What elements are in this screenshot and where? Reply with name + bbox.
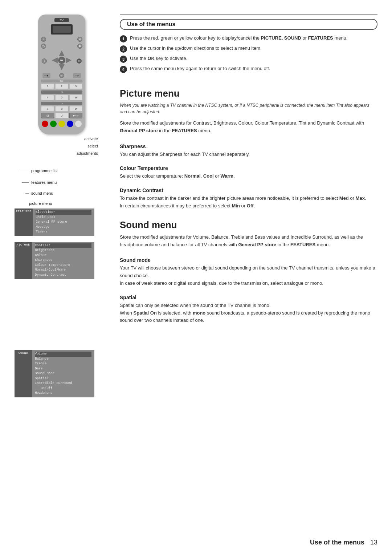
spatial-title: Spatial: [120, 295, 377, 300]
picture-italic-note: When you are watching a TV channel in th…: [120, 102, 377, 115]
step-3-text: Use the OK key to activate.: [130, 55, 187, 62]
sound-body-para: Store the modified adjustments for Volum…: [120, 234, 377, 249]
remote-vol-row: +▼ ◁◁ +P: [41, 73, 82, 78]
ann-sound-menu-label: sound menu: [31, 191, 53, 195]
remote-screen: [51, 24, 73, 35]
footer-page-num: 13: [370, 539, 377, 546]
remote-num-0: 0: [55, 113, 68, 118]
picture-menu-title: Picture menu: [120, 88, 377, 99]
ann-prog-line: [18, 171, 29, 171]
sound-item-1: Balance: [35, 357, 49, 361]
picture-item-2: Colour: [35, 254, 46, 257]
ann-activate: activate: [25, 137, 98, 141]
remote-btn-tv: TV: [41, 44, 46, 49]
ann-select-label: select: [65, 144, 98, 148]
remote-num-grid-3: 7 8 9: [41, 106, 82, 112]
remote-dpad: OK: [52, 50, 72, 70]
remote-btn-info: ℹ: [42, 58, 47, 64]
features-item-2: General PP store: [36, 220, 67, 224]
features-item-4: Timers: [36, 230, 47, 234]
sharpness-body: You can adjust the Sharpness for each TV…: [120, 151, 377, 158]
sound-item-0: Volume: [35, 352, 91, 357]
sound-mode-body: Your TV will choose between stereo or di…: [120, 264, 377, 287]
remote-tv-label: TV: [54, 18, 69, 22]
remote-num-grid-2: 4 5 6: [41, 95, 82, 100]
remote-btn-circle-m: M: [77, 37, 82, 42]
ann-feat-menu-label: features menu: [31, 180, 57, 185]
dpad-down: [59, 64, 65, 70]
sound-tab: SOUND: [15, 350, 32, 397]
remote-num-5: 5: [55, 95, 68, 100]
remote-row-label-1: EE: [41, 80, 82, 82]
remote-btn-mute: ◁◁: [59, 73, 64, 78]
remote-num-7: 7: [41, 106, 54, 112]
features-item-3: Message: [36, 225, 49, 229]
step-2-text: Use the cursor in the up/down directions…: [130, 45, 262, 52]
remote-vol-minus: +▼: [42, 73, 50, 78]
section-header-label: Use of the menus: [127, 21, 175, 27]
right-column: Use of the menus 1 Press the red, green …: [120, 15, 377, 540]
ann-prog-list-label: programme list: [31, 169, 58, 173]
picture-item-5: Dynamic Contrast: [35, 273, 66, 277]
picture-item-1: Brightness: [35, 248, 54, 252]
picture-body-para: Store the modified adjustments for Contr…: [120, 119, 377, 135]
picture-item-3: Sharpness: [35, 258, 53, 262]
step-1: 1 Press the red, green or yellow colour …: [120, 35, 377, 42]
dpad-up: [59, 50, 65, 56]
remote-num-grid-4: ⊡ 0 P+P: [41, 113, 82, 118]
sound-menu-box: SOUND Volume Balance Treble Bass Sound M…: [15, 350, 94, 397]
features-items: Sleeptimer Child Lock General PP store M…: [33, 208, 94, 236]
remote-body: TV ☺ M TV ⏻ ℹ: [38, 15, 85, 134]
features-item-0: Sleeptimer: [36, 210, 91, 215]
ann-pic-menu-label: picture menu: [29, 201, 52, 206]
sound-item-2: Treble: [35, 362, 46, 365]
remote-num-grid-1: 1 2 3: [41, 84, 82, 89]
remote-btn-power: ⏻: [77, 44, 82, 49]
remote-num-2: 2: [55, 84, 68, 89]
step-4-text: Press the same menu key again to return …: [130, 65, 270, 72]
features-item-1: Child Lock: [36, 215, 55, 219]
remote-btn-yellow: [58, 121, 65, 127]
remote-screen-inner: [53, 26, 71, 33]
remote-tv-row: TV ⏻: [41, 44, 82, 49]
remote-btn-blue: [67, 121, 73, 127]
remote-num-6: 6: [69, 95, 82, 100]
sound-menu-box-wrapper: SOUND Volume Balance Treble Bass Sound M…: [15, 350, 94, 403]
remote-num-1: 1: [41, 84, 54, 89]
remote-btn-ok2: OK: [77, 58, 82, 64]
sound-item-4: Sound Mode: [35, 372, 54, 375]
dpad-left: [52, 57, 58, 63]
dynamic-contrast-body: To make the contrast in the darker and t…: [120, 195, 377, 210]
step-2-num: 2: [120, 45, 127, 53]
step-3: 3 Use the OK key to activate.: [120, 55, 377, 63]
picture-item-0: Contrast: [35, 243, 91, 248]
left-column: TV ☺ M TV ⏻ ℹ: [15, 15, 109, 540]
steps-list: 1 Press the red, green or yellow colour …: [120, 35, 377, 76]
ann-activate-label: activate: [65, 137, 98, 141]
footer-title: Use of the menus: [310, 539, 364, 546]
step-2: 2 Use the cursor in the up/down directio…: [120, 45, 377, 53]
remote-row-label-2: ⊡: [41, 90, 82, 94]
sound-items: Volume Balance Treble Bass Sound Mode Sp…: [32, 350, 94, 397]
section-header-box: Use of the menus: [120, 19, 377, 30]
ann-prog-list: programme list: [18, 169, 91, 173]
sharpness-title: Sharpness: [120, 143, 377, 149]
sound-item-6: Incredible Surround On/Off: [35, 381, 72, 390]
dynamic-contrast-title: Dynamic Contrast: [120, 187, 377, 193]
ann-sound-menu: sound menu: [18, 191, 91, 195]
colour-temp-title: Colour Temperature: [120, 165, 377, 171]
ann-select: select: [25, 144, 98, 148]
remote-color-buttons: [41, 121, 82, 127]
remote-ch-plus: +P: [73, 73, 81, 78]
ann-adjustments: adjustments: [25, 151, 98, 155]
remote-btn-circle-1: ☺: [41, 37, 46, 42]
remote-num-4: 4: [41, 95, 54, 100]
remote-num-3: 3: [69, 84, 82, 89]
ann-feat-line: [22, 182, 29, 183]
top-rule: [120, 15, 377, 15]
picture-tab: PICTURE: [15, 242, 32, 279]
ann-pic-menu: picture menu: [18, 201, 91, 206]
remote-num-extra2: P+P: [69, 113, 82, 118]
sound-item-3: Bass: [35, 367, 43, 370]
colour-temp-body: Select the colour temperature: Normal, C…: [120, 173, 377, 180]
